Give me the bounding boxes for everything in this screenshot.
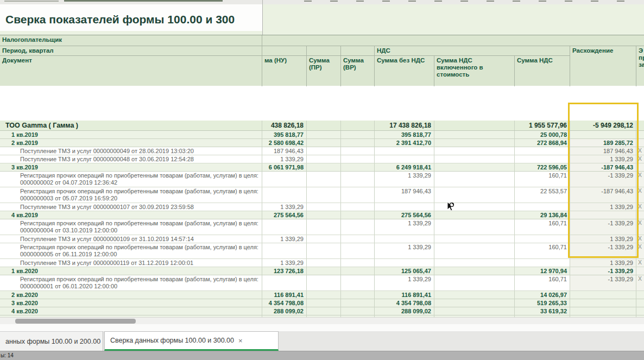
- cell-bez[interactable]: 125 065,47: [375, 267, 434, 275]
- cell-nds[interactable]: [515, 259, 570, 267]
- x-mark[interactable]: X: [636, 275, 644, 290]
- cell-clipped[interactable]: [636, 299, 644, 307]
- cell-vr[interactable]: [341, 187, 375, 203]
- cell-nu[interactable]: 123 726,18: [262, 267, 307, 275]
- cell-nds[interactable]: 1 955 577,96: [515, 121, 570, 130]
- cell-nds[interactable]: 29 136,84: [515, 211, 570, 219]
- cell-pr[interactable]: [307, 267, 341, 275]
- cell-rasx[interactable]: [570, 307, 636, 315]
- cell-nu[interactable]: 4 354 798,08: [262, 299, 307, 307]
- table-row[interactable]: 3 кв.20204 354 798,084 354 798,08519 265…: [0, 299, 644, 307]
- table-row[interactable]: ТОО Gamma ( Гамма )438 826,1817 438 826,…: [0, 121, 644, 131]
- cell-clipped[interactable]: [636, 139, 644, 147]
- cell-vr[interactable]: [341, 259, 375, 267]
- cell-pr[interactable]: [307, 211, 341, 219]
- cell-nds[interactable]: 25 000,78: [515, 131, 570, 138]
- cell-rasx[interactable]: [570, 299, 636, 307]
- cell-vkl[interactable]: [434, 291, 515, 299]
- cell-pr[interactable]: [307, 131, 341, 138]
- x-mark[interactable]: X: [636, 219, 644, 235]
- cell-pr[interactable]: [307, 307, 341, 315]
- cell-document[interactable]: 1 кв.2019: [0, 131, 262, 138]
- cell-document[interactable]: Регистрация прочих операций по приобрете…: [0, 172, 262, 187]
- cell-nu[interactable]: 1 339,29: [262, 203, 307, 211]
- cell-document[interactable]: Регистрация прочих операций по приобрете…: [0, 187, 262, 203]
- cell-clipped[interactable]: [636, 267, 644, 275]
- table-row[interactable]: Поступление ТМЗ и услуг 00000000107 от 3…: [0, 203, 644, 211]
- cell-vr[interactable]: [341, 219, 375, 235]
- cell-nu[interactable]: 6 061 971,98: [262, 163, 307, 171]
- cell-nu[interactable]: 187 946,43: [262, 147, 307, 155]
- table-row[interactable]: 4 кв.2020288 099,02288 099,0233 619,32: [0, 307, 644, 315]
- cell-rasx[interactable]: 187 946,43: [570, 147, 636, 155]
- cell-document[interactable]: Поступление ТМЗ и услуг 00000000107 от 3…: [0, 203, 262, 211]
- cell-bez[interactable]: 187 946,43: [375, 187, 434, 203]
- cell-pr[interactable]: [307, 155, 341, 163]
- cell-vr[interactable]: [341, 131, 375, 138]
- cell-nu[interactable]: [262, 187, 307, 203]
- cell-rasx[interactable]: -5 949 298,12: [570, 121, 636, 130]
- cell-bez[interactable]: 1 339,29: [375, 275, 434, 290]
- cell-pr[interactable]: [307, 203, 341, 211]
- cell-pr[interactable]: [307, 187, 341, 203]
- cell-nu[interactable]: 2 580 698,42: [262, 139, 307, 147]
- cell-vr[interactable]: [341, 299, 375, 307]
- cell-rasx[interactable]: [570, 211, 636, 219]
- cell-vkl[interactable]: [434, 299, 515, 307]
- cell-nu[interactable]: 275 564,56: [262, 211, 307, 219]
- table-row[interactable]: Регистрация прочих операций по приобрете…: [0, 275, 644, 291]
- cell-vr[interactable]: [341, 203, 375, 211]
- table-row[interactable]: 4 кв.2019275 564,56275 564,5629 136,84: [0, 211, 644, 219]
- cell-nds[interactable]: [515, 147, 570, 155]
- cell-nu[interactable]: 116 891,41: [262, 291, 307, 299]
- cell-rasx[interactable]: -187 946,43: [570, 163, 636, 171]
- cell-bez[interactable]: [375, 235, 434, 243]
- cell-nu[interactable]: 1 339,29: [262, 155, 307, 163]
- cell-rasx[interactable]: 1 339,29: [570, 203, 636, 211]
- cell-vkl[interactable]: [434, 187, 515, 203]
- cell-clipped[interactable]: [636, 211, 644, 219]
- cell-bez[interactable]: [375, 147, 434, 155]
- cell-nu[interactable]: [262, 243, 307, 258]
- cell-nds[interactable]: [515, 203, 570, 211]
- cell-nds[interactable]: 160,71: [515, 275, 570, 290]
- table-row[interactable]: Регистрация прочих операций по приобрете…: [0, 219, 644, 235]
- table-row[interactable]: Регистрация прочих операций по приобрете…: [0, 172, 644, 187]
- cell-nu[interactable]: [262, 275, 307, 290]
- table-row[interactable]: Поступление ТМЗ и услуг 00000000109 от 3…: [0, 235, 644, 243]
- tab-form-100-300[interactable]: Сверка данных формы 100.00 и 300.00 ×: [104, 331, 279, 351]
- cell-document[interactable]: 2 кв.2019: [0, 139, 262, 147]
- x-mark[interactable]: X: [636, 203, 644, 211]
- cell-nds[interactable]: 160,71: [515, 219, 570, 235]
- cell-bez[interactable]: 395 818,77: [375, 131, 434, 138]
- cell-vkl[interactable]: [434, 121, 515, 130]
- cell-vkl[interactable]: [434, 163, 515, 171]
- cell-rasx[interactable]: 189 285,72: [570, 139, 636, 147]
- cell-rasx[interactable]: -1 339,29: [570, 267, 636, 275]
- cell-pr[interactable]: [307, 219, 341, 235]
- cell-document[interactable]: ТОО Gamma ( Гамма ): [0, 121, 262, 130]
- scrollbar-thumb[interactable]: [15, 319, 136, 324]
- cell-nu[interactable]: 1 339,29: [262, 235, 307, 243]
- cell-document[interactable]: 4 кв.2019: [0, 211, 262, 219]
- cell-document[interactable]: Поступление ТМЗ и услуг 00000000049 от 2…: [0, 147, 262, 155]
- cell-clipped[interactable]: [636, 307, 644, 315]
- cell-pr[interactable]: [307, 243, 341, 258]
- x-mark[interactable]: X: [636, 155, 644, 163]
- cell-document[interactable]: Поступление ТМЗ и услуг 00000000109 от 3…: [0, 235, 262, 243]
- cell-vr[interactable]: [341, 172, 375, 187]
- table-row[interactable]: Регистрация прочих операций по приобрете…: [0, 243, 644, 259]
- cell-bez[interactable]: 6 249 918,41: [375, 163, 434, 171]
- table-row[interactable]: 1 кв.2019395 818,77395 818,7725 000,78: [0, 131, 644, 139]
- cell-rasx[interactable]: -1 339,29: [570, 275, 636, 290]
- cell-nds[interactable]: 22 553,57: [515, 187, 570, 203]
- cell-nu[interactable]: [262, 219, 307, 235]
- cell-rasx[interactable]: -1 339,29: [570, 219, 636, 235]
- cell-bez[interactable]: [375, 155, 434, 163]
- cell-vkl[interactable]: [434, 267, 515, 275]
- cell-vr[interactable]: [341, 147, 375, 155]
- cell-nds[interactable]: [515, 155, 570, 163]
- x-mark[interactable]: X: [636, 235, 644, 243]
- cell-pr[interactable]: [307, 299, 341, 307]
- cell-document[interactable]: 4 кв.2020: [0, 307, 262, 315]
